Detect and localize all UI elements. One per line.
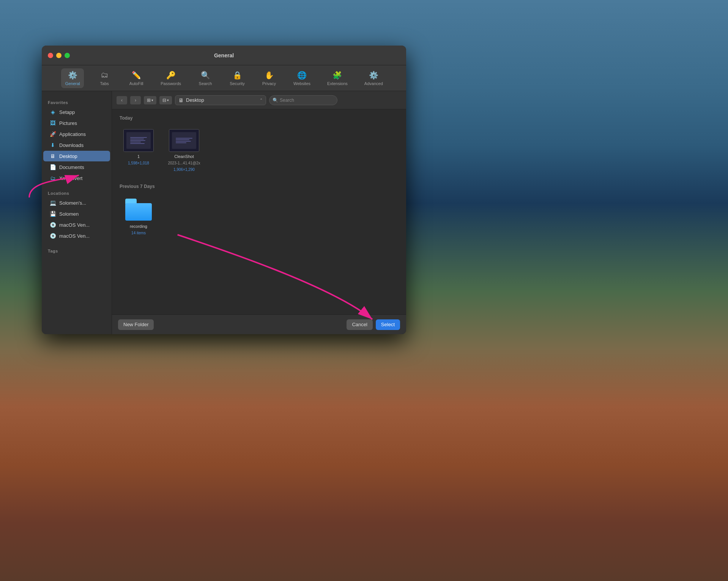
browser-toolbar: ‹ › ⊞ ▾ ⊟ ▾ 🖥 Desktop ⌃ 🔍 bbox=[112, 91, 406, 109]
browser-search-bar[interactable]: 🔍 bbox=[269, 95, 337, 105]
sidebar-item-setapp[interactable]: ◈ Setapp bbox=[43, 107, 110, 117]
screenshot-inner-1 bbox=[126, 132, 151, 149]
sidebar-label-macos1: macOS Ven... bbox=[59, 222, 90, 228]
location-bar[interactable]: 🖥 Desktop ⌃ bbox=[175, 95, 266, 105]
minimize-button[interactable] bbox=[56, 53, 61, 58]
file-name-cleanshot-2: 2023-1...41.41@2x bbox=[168, 161, 200, 165]
sidebar-label-xnconvert: XnConvert bbox=[59, 175, 82, 181]
advanced-icon: ⚙️ bbox=[369, 71, 378, 80]
sidebar-item-macos1[interactable]: 💿 macOS Ven... bbox=[43, 219, 110, 230]
file-item-recording[interactable]: recording 14 items bbox=[120, 194, 158, 238]
search-magnifier-icon: 🔍 bbox=[273, 98, 278, 103]
extensions-icon: 🧩 bbox=[333, 71, 342, 80]
toolbar-item-passwords[interactable]: 🔑 Passwords bbox=[157, 68, 185, 88]
sidebar-item-documents[interactable]: 📄 Documents bbox=[43, 162, 110, 172]
sidebar-item-macos2[interactable]: 💿 macOS Ven... bbox=[43, 231, 110, 241]
code-line bbox=[176, 139, 189, 140]
autofill-icon: ✏️ bbox=[132, 71, 141, 80]
sidebar-label-macos2: macOS Ven... bbox=[59, 233, 90, 239]
tabs-icon: 🗂 bbox=[100, 71, 109, 80]
sidebar-label-documents: Documents bbox=[59, 164, 84, 170]
setapp-icon: ◈ bbox=[49, 109, 56, 115]
action-buttons: Cancel Select bbox=[347, 319, 400, 330]
location-chevron-icon: ⌃ bbox=[260, 98, 263, 102]
traffic-lights bbox=[48, 53, 70, 58]
nav-forward-button[interactable]: › bbox=[130, 96, 141, 104]
toolbar-label-privacy: Privacy bbox=[262, 81, 276, 86]
preferences-toolbar: ⚙️ General 🗂 Tabs ✏️ AutoFill 🔑 Password… bbox=[42, 65, 406, 91]
sidebar-item-desktop[interactable]: 🖥 Desktop bbox=[43, 151, 110, 161]
toolbar-item-autofill[interactable]: ✏️ AutoFill bbox=[125, 68, 148, 88]
file-meta-recording: 14 items bbox=[131, 231, 146, 235]
documents-icon: 📄 bbox=[49, 164, 56, 171]
applications-icon: 🚀 bbox=[49, 131, 56, 137]
screenshot-preview-1 bbox=[123, 129, 154, 152]
toolbar-item-websites[interactable]: 🌐 Websites bbox=[290, 68, 314, 88]
close-button[interactable] bbox=[48, 53, 53, 58]
file-item-1[interactable]: 1 1,598×1,018 bbox=[120, 126, 158, 175]
sidebar-label-desktop: Desktop bbox=[59, 153, 77, 159]
solomen-icon: 💾 bbox=[49, 210, 56, 217]
sidebar-item-applications[interactable]: 🚀 Applications bbox=[43, 129, 110, 139]
cancel-button[interactable]: Cancel bbox=[347, 319, 372, 330]
sidebar-label-setapp: Setapp bbox=[59, 109, 75, 115]
sidebar-label-solomens: Solomen's... bbox=[59, 200, 86, 206]
file-browser: ‹ › ⊞ ▾ ⊟ ▾ 🖥 Desktop ⌃ 🔍 bbox=[112, 91, 406, 334]
view-icon-button[interactable]: ⊞ ▾ bbox=[144, 96, 156, 104]
view-icon-grid: ⊞ bbox=[147, 98, 151, 103]
select-button[interactable]: Select bbox=[376, 319, 400, 330]
view-list-chevron: ▾ bbox=[167, 98, 169, 102]
toolbar-item-advanced[interactable]: ⚙️ Advanced bbox=[361, 68, 387, 88]
maximize-button[interactable] bbox=[65, 53, 70, 58]
view-list-icon: ⊟ bbox=[162, 98, 166, 103]
sidebar-item-downloads[interactable]: ⬇ Downloads bbox=[43, 140, 110, 150]
sidebar-item-xnconvert[interactable]: 🗂 XnConvert bbox=[43, 173, 110, 183]
toolbar-label-search: Search bbox=[199, 81, 212, 86]
code-line bbox=[130, 143, 145, 144]
view-list-button[interactable]: ⊟ ▾ bbox=[159, 96, 172, 104]
xnconvert-icon: 🗂 bbox=[49, 175, 56, 182]
general-icon: ⚙️ bbox=[68, 71, 77, 80]
view-dropdown-chevron: ▾ bbox=[151, 98, 153, 102]
toolbar-label-tabs: Tabs bbox=[100, 81, 109, 86]
nav-back-button[interactable]: ‹ bbox=[117, 96, 127, 104]
search-input[interactable] bbox=[280, 98, 334, 103]
toolbar-item-security[interactable]: 🔒 Security bbox=[226, 68, 249, 88]
toolbar-item-extensions[interactable]: 🧩 Extensions bbox=[323, 68, 351, 88]
file-thumb-cleanshot bbox=[169, 129, 199, 152]
code-line bbox=[130, 140, 145, 141]
main-content: Favorites ◈ Setapp 🖼 Pictures 🚀 Applicat… bbox=[42, 91, 406, 334]
folder-icon-recording bbox=[125, 199, 152, 221]
pictures-icon: 🖼 bbox=[49, 120, 56, 126]
toolbar-item-search[interactable]: 🔍 Search bbox=[194, 68, 217, 88]
preferences-window: General ⚙️ General 🗂 Tabs ✏️ AutoFill 🔑 … bbox=[42, 46, 406, 334]
security-icon: 🔒 bbox=[233, 71, 242, 80]
browser-bottom-bar: New Folder Cancel Select bbox=[112, 314, 406, 334]
code-line bbox=[130, 137, 147, 138]
desktop-icon: 🖥 bbox=[49, 153, 56, 159]
toolbar-item-general[interactable]: ⚙️ General bbox=[61, 68, 84, 88]
code-line bbox=[176, 141, 191, 142]
file-item-cleanshot[interactable]: CleanShot 2023-1...41.41@2x 1,906×1,290 bbox=[165, 126, 203, 175]
toolbar-label-extensions: Extensions bbox=[327, 81, 348, 86]
file-meta-1: 1,598×1,018 bbox=[128, 161, 149, 165]
toolbar-label-websites: Websites bbox=[293, 81, 310, 86]
sidebar-item-solomens[interactable]: 💻 Solomen's... bbox=[43, 197, 110, 208]
sidebar-item-pictures[interactable]: 🖼 Pictures bbox=[43, 118, 110, 128]
file-thumb-1 bbox=[123, 129, 154, 152]
sidebar-label-solomen: Solomen bbox=[59, 211, 79, 217]
toolbar-label-passwords: Passwords bbox=[161, 81, 181, 86]
sidebar-item-solomen[interactable]: 💾 Solomen bbox=[43, 208, 110, 219]
today-file-grid: 1 1,598×1,018 bbox=[120, 126, 399, 175]
toolbar-label-general: General bbox=[65, 81, 80, 86]
privacy-icon: ✋ bbox=[265, 71, 274, 80]
new-folder-button[interactable]: New Folder bbox=[118, 319, 154, 330]
file-list: Today bbox=[112, 109, 406, 314]
websites-icon: 🌐 bbox=[298, 71, 307, 80]
toolbar-item-privacy[interactable]: ✋ Privacy bbox=[258, 68, 280, 88]
toolbar-item-tabs[interactable]: 🗂 Tabs bbox=[93, 68, 116, 88]
search-icon: 🔍 bbox=[201, 71, 210, 80]
file-name-cleanshot: CleanShot bbox=[174, 154, 194, 159]
file-name-recording: recording bbox=[130, 224, 147, 229]
sidebar: Favorites ◈ Setapp 🖼 Pictures 🚀 Applicat… bbox=[42, 91, 112, 334]
